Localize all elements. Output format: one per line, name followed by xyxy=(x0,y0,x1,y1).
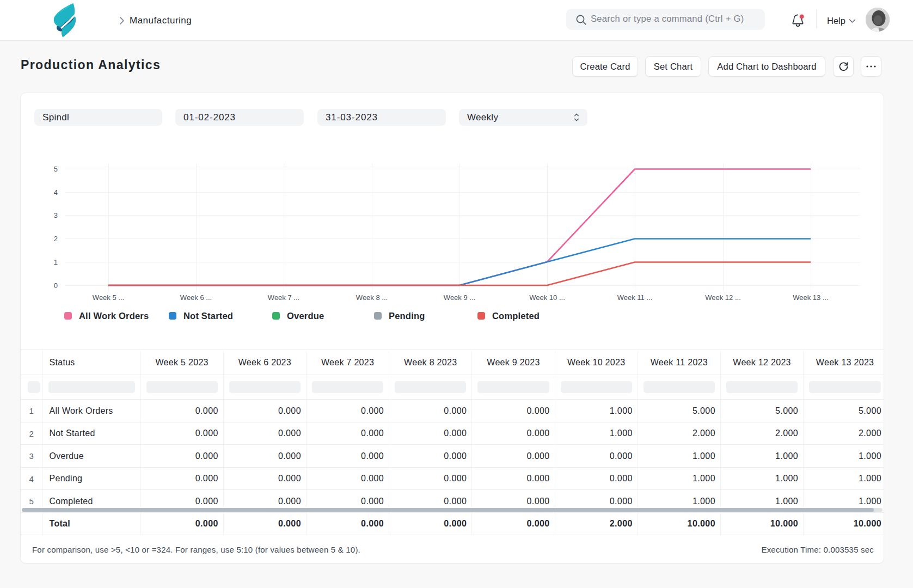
svg-text:Week 5 ...: Week 5 ... xyxy=(93,293,124,302)
svg-text:Week 7 ...: Week 7 ... xyxy=(268,293,299,302)
svg-text:Week 10 ...: Week 10 ... xyxy=(529,293,565,302)
svg-text:Week 13 ...: Week 13 ... xyxy=(793,293,829,302)
svg-text:Week 8 ...: Week 8 ... xyxy=(356,293,388,302)
svg-text:5: 5 xyxy=(54,165,58,173)
svg-text:2: 2 xyxy=(54,235,58,243)
svg-text:1: 1 xyxy=(54,258,58,266)
svg-text:Week 9 ...: Week 9 ... xyxy=(444,293,475,302)
svg-text:4: 4 xyxy=(54,188,58,197)
svg-text:3: 3 xyxy=(54,211,58,219)
svg-text:0: 0 xyxy=(54,281,58,290)
svg-text:Week 12 ...: Week 12 ... xyxy=(705,293,741,302)
svg-text:Week 11 ...: Week 11 ... xyxy=(617,293,653,302)
svg-text:Week 6 ...: Week 6 ... xyxy=(180,293,212,302)
